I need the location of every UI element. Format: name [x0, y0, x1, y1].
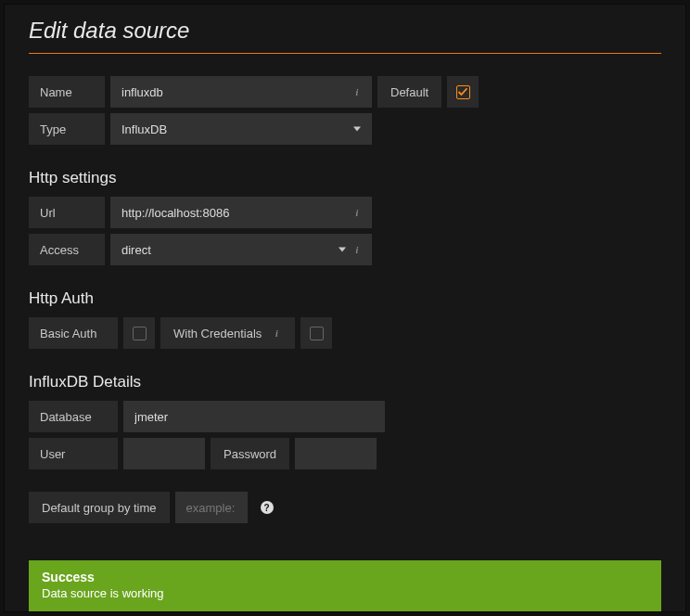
title-divider — [29, 53, 661, 54]
type-value: InfluxDB — [121, 122, 167, 136]
access-label: Access — [29, 234, 105, 265]
group-by-input-wrap — [175, 492, 248, 523]
influxdb-details-heading: InfluxDB Details — [29, 373, 661, 391]
access-row: Access direct i — [29, 234, 661, 265]
http-settings-heading: Http settings — [29, 169, 661, 187]
info-icon[interactable]: i — [271, 327, 282, 339]
group-by-help[interactable]: ? — [253, 492, 274, 523]
info-icon[interactable]: i — [351, 244, 363, 255]
database-row: Database — [29, 401, 661, 432]
password-input-wrap — [295, 438, 377, 469]
name-input-wrap: i — [110, 76, 372, 108]
group-by-input[interactable] — [186, 501, 236, 515]
user-input-wrap — [123, 438, 205, 469]
info-icon[interactable]: i — [351, 86, 363, 97]
type-label: Type — [29, 113, 105, 145]
alert-title: Success — [42, 570, 648, 584]
user-pass-row: User Password — [29, 438, 661, 469]
group-by-row: Default group by time ? — [29, 492, 661, 523]
with-credentials-label: With Credentials i — [160, 317, 295, 349]
caret-down-icon — [339, 248, 346, 252]
caret-down-icon — [353, 127, 361, 132]
type-row: Type InfluxDB — [29, 113, 661, 145]
name-label: Name — [29, 76, 105, 108]
with-credentials-checkbox[interactable] — [300, 317, 332, 349]
page-title: Edit data source — [29, 18, 661, 44]
edit-datasource-panel: Edit data source Name i Default Type Inf… — [4, 4, 686, 612]
name-row: Name i Default — [29, 76, 661, 108]
checkmark-icon — [457, 86, 468, 97]
database-input[interactable] — [134, 410, 374, 424]
default-label: Default — [377, 76, 441, 108]
alert-message: Data source is working — [42, 586, 648, 600]
type-select[interactable]: InfluxDB — [110, 113, 372, 145]
url-label: Url — [29, 197, 105, 228]
http-auth-row: Basic Auth With Credentials i — [29, 317, 661, 349]
success-alert: Success Data source is working — [29, 560, 661, 611]
basic-auth-label: Basic Auth — [29, 317, 118, 349]
access-value: direct — [121, 243, 151, 257]
info-icon[interactable]: i — [351, 207, 363, 218]
database-input-wrap — [123, 401, 385, 432]
help-icon: ? — [261, 501, 274, 514]
password-input[interactable] — [306, 447, 365, 461]
group-by-label: Default group by time — [29, 492, 170, 523]
with-credentials-text: With Credentials — [173, 327, 262, 340]
name-input[interactable] — [121, 85, 361, 99]
default-checkbox[interactable] — [447, 76, 479, 108]
password-label: Password — [211, 438, 289, 469]
url-input-wrap: i — [110, 197, 372, 228]
basic-auth-checkbox[interactable] — [123, 317, 155, 349]
user-label: User — [29, 438, 118, 469]
access-select[interactable]: direct i — [110, 234, 372, 265]
user-input[interactable] — [134, 447, 194, 461]
url-input[interactable] — [121, 206, 361, 220]
database-label: Database — [29, 401, 118, 432]
http-auth-heading: Http Auth — [29, 289, 661, 308]
url-row: Url i — [29, 197, 661, 228]
